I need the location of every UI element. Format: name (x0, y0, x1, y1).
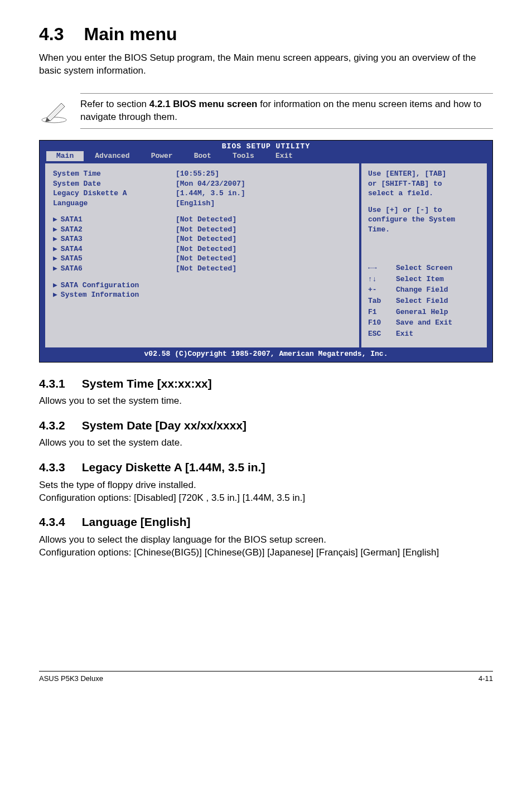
triangle-right-icon: ▶ (53, 264, 57, 273)
nav-label: Select Item (396, 274, 444, 284)
bios-tab-main[interactable]: Main (46, 151, 84, 161)
bios-label: Legacy Diskette A (53, 189, 176, 199)
nav-label: General Help (396, 307, 448, 317)
triangle-right-icon: ▶ (53, 225, 57, 234)
bios-footer: v02.58 (C)Copyright 1985-2007, American … (40, 347, 492, 362)
triangle-right-icon: ▶ (53, 235, 57, 243)
nav-label: Exit (396, 329, 413, 339)
sub-num: 4.3.4 (39, 515, 65, 528)
sub-title: System Time [xx:xx:xx] (82, 377, 212, 390)
body-433a: Sets the type of floppy drive installed. (39, 479, 493, 492)
bios-label: Language (53, 199, 176, 209)
bios-row-sata-config[interactable]: ▶SATA Configuration (53, 281, 351, 291)
sub-title: Legacy Diskette A [1.44M, 3.5 in.] (82, 461, 265, 474)
body-434b: Configuration options: [Chinese(BIG5)] [… (39, 547, 493, 559)
note-bold: 4.2.1 BIOS menu screen (149, 99, 258, 109)
bios-screenshot: BIOS SETUP UTILITY Main Advanced Power B… (39, 140, 493, 363)
subheading-431: 4.3.1System Time [xx:xx:xx] (39, 376, 493, 392)
bios-value: [Mon 04/23/2007] (176, 179, 245, 189)
body-433b: Configuration options: [Disabled] [720K … (39, 492, 493, 505)
nav-key: +- (368, 285, 396, 295)
pencil-note-icon (39, 99, 69, 123)
sub-num: 4.3.3 (39, 461, 65, 474)
nav-label: Select Screen (396, 263, 452, 273)
bios-row-sata4[interactable]: ▶SATA4[Not Detected] (53, 244, 351, 254)
sub-num: 4.3.2 (39, 419, 65, 432)
bios-row-sata2[interactable]: ▶SATA2[Not Detected] (53, 225, 351, 235)
nav-key: ↑↓ (368, 274, 396, 284)
bios-label: SATA6 (61, 264, 83, 273)
bios-row-sata5[interactable]: ▶SATA5[Not Detected] (53, 254, 351, 264)
page-footer: ASUS P5K3 Deluxe 4-11 (39, 671, 493, 684)
footer-right: 4-11 (478, 674, 493, 684)
bios-row-language[interactable]: Language[English] (53, 199, 351, 209)
bios-row-legacy-diskette[interactable]: Legacy Diskette A[1.44M, 3.5 in.] (53, 189, 351, 199)
bios-label: SATA3 (61, 235, 83, 243)
intro-paragraph: When you enter the BIOS Setup program, t… (39, 52, 493, 78)
bios-label: System Date (53, 179, 176, 189)
bios-tab-exit[interactable]: Exit (265, 151, 303, 161)
body-431: Allows you to set the system time. (39, 395, 493, 408)
note-text: Refer to section 4.2.1 BIOS menu screen … (80, 93, 493, 129)
nav-label: Select Field (396, 296, 448, 306)
bios-row-system-time[interactable]: System Time[10:55:25] (53, 169, 351, 179)
sub-num: 4.3.1 (39, 377, 65, 390)
bios-value: [Not Detected] (176, 264, 236, 274)
note-text-a: Refer to section (80, 99, 149, 109)
nav-key: ←→ (368, 263, 396, 273)
bios-help-text-2: Use [+] or [-] to configure the System T… (368, 205, 481, 235)
bios-value: [Not Detected] (176, 254, 236, 264)
heading-number: 4.3 (39, 24, 64, 44)
bios-help-text-1: Use [ENTER], [TAB] or [SHIFT-TAB] to sel… (368, 169, 481, 199)
bios-value: [Not Detected] (176, 225, 236, 235)
bios-tab-power[interactable]: Power (141, 151, 183, 161)
bios-row-system-info[interactable]: ▶System Information (53, 290, 351, 300)
triangle-right-icon: ▶ (53, 291, 57, 299)
triangle-right-icon: ▶ (53, 254, 57, 263)
triangle-right-icon: ▶ (53, 245, 57, 253)
page-heading: 4.3Main menu (39, 22, 493, 46)
bios-value: [10:55:25] (176, 169, 219, 179)
nav-key: Tab (368, 296, 396, 306)
bios-label: SATA1 (61, 215, 83, 224)
bios-value: [Not Detected] (176, 234, 236, 244)
sub-title: Language [English] (82, 515, 191, 528)
bios-label: SATA2 (61, 225, 83, 234)
bios-label: SATA Configuration (61, 281, 139, 289)
subheading-434: 4.3.4Language [English] (39, 514, 493, 530)
sub-title: System Date [Day xx/xx/xxxx] (82, 419, 246, 432)
bios-row-system-date[interactable]: System Date[Mon 04/23/2007] (53, 179, 351, 189)
bios-label: System Information (61, 291, 139, 299)
bios-main-panel: System Time[10:55:25] System Date[Mon 04… (45, 163, 359, 347)
nav-key: F1 (368, 307, 396, 317)
bios-row-sata3[interactable]: ▶SATA3[Not Detected] (53, 234, 351, 244)
bios-tab-advanced[interactable]: Advanced (85, 151, 139, 161)
bios-tab-tools[interactable]: Tools (223, 151, 264, 161)
bios-tab-boot[interactable]: Boot (184, 151, 221, 161)
bios-row-sata1[interactable]: ▶SATA1[Not Detected] (53, 215, 351, 225)
triangle-right-icon: ▶ (53, 215, 57, 224)
bios-value: [1.44M, 3.5 in.] (176, 189, 245, 199)
subheading-432: 4.3.2System Date [Day xx/xx/xxxx] (39, 418, 493, 433)
bios-title: BIOS SETUP UTILITY (40, 141, 492, 152)
bios-value: [Not Detected] (176, 215, 236, 225)
nav-label: Save and Exit (396, 318, 452, 328)
bios-row-sata6[interactable]: ▶SATA6[Not Detected] (53, 264, 351, 274)
bios-value: [English] (176, 199, 215, 209)
body-434a: Allows you to select the display languag… (39, 534, 493, 547)
bios-value: [Not Detected] (176, 244, 236, 254)
nav-label: Change Field (396, 285, 448, 295)
subheading-433: 4.3.3Legacy Diskette A [1.44M, 3.5 in.] (39, 460, 493, 475)
bios-help-panel: Use [ENTER], [TAB] or [SHIFT-TAB] to sel… (361, 163, 487, 347)
footer-left: ASUS P5K3 Deluxe (39, 674, 103, 684)
bios-label: SATA4 (61, 245, 83, 253)
bios-nav-keys: ←→Select Screen ↑↓Select Item +-Change F… (368, 263, 481, 339)
bios-label: SATA5 (61, 254, 83, 263)
nav-key: ESC (368, 329, 396, 339)
heading-title: Main menu (84, 24, 177, 44)
triangle-right-icon: ▶ (53, 281, 57, 289)
note-block: Refer to section 4.2.1 BIOS menu screen … (39, 93, 493, 129)
bios-label: System Time (53, 169, 176, 179)
nav-key: F10 (368, 318, 396, 328)
body-432: Allows you to set the system date. (39, 437, 493, 450)
